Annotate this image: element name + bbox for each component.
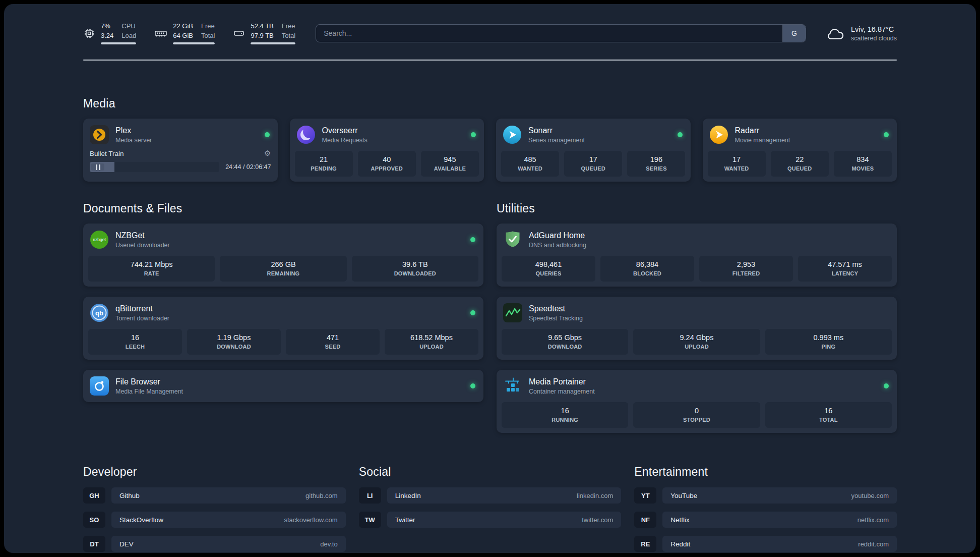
cpu-icon: [83, 27, 95, 39]
bookmark-url: dev.to: [320, 540, 337, 548]
bookmark-url: youtube.com: [851, 492, 889, 499]
bookmark-group-social: Social LI LinkedIn linkedin.com TW Twitt…: [359, 465, 622, 528]
status-dot: [470, 383, 475, 388]
service-title: AdGuard Home: [529, 231, 586, 240]
cpu-load-label: Load: [121, 32, 136, 40]
bookmark-pill: Reddit reddit.com: [662, 536, 897, 552]
stat-tile: 1.19 Gbps DOWNLOAD: [187, 329, 281, 355]
service-card-plex[interactable]: Plex Media server Bullet Train ⚙: [83, 119, 278, 182]
service-card-nzbget[interactable]: nzbget NZBGet Usenet downloader 74: [83, 224, 483, 287]
status-dot: [471, 132, 476, 137]
social-heading: Social: [359, 465, 622, 479]
header-divider: [83, 60, 897, 61]
media-heading: Media: [83, 97, 897, 110]
stat-row: 485 WANTED 17 QUEUED 196 SERIES: [501, 151, 686, 177]
bookmark-dev[interactable]: DT DEV dev.to: [83, 536, 346, 552]
stat-tile: 16 LEECH: [88, 329, 182, 355]
overseerr-icon: [296, 125, 316, 144]
service-subtitle: Usenet downloader: [115, 242, 170, 249]
gear-icon[interactable]: ⚙: [264, 150, 271, 157]
bookmark-stackoverflow[interactable]: SO StackOverflow stackoverflow.com: [83, 512, 346, 528]
content-container: 7% 3.24 CPU Load: [83, 4, 897, 553]
memory-free-value: 22 GiB: [173, 22, 193, 30]
weather-cloud-icon: [826, 26, 844, 40]
bookmark-name: Reddit: [670, 540, 690, 548]
disk-icon: [233, 27, 245, 39]
pause-icon[interactable]: [91, 163, 104, 171]
top-bar: 7% 3.24 CPU Load: [83, 22, 897, 44]
bookmark-linkedin[interactable]: LI LinkedIn linkedin.com: [359, 487, 622, 504]
bookmark-twitter[interactable]: TW Twitter twitter.com: [359, 512, 622, 528]
service-card-filebrowser[interactable]: File Browser Media File Management: [83, 370, 483, 402]
bookmark-pill: DEV dev.to: [111, 536, 346, 552]
stat-tile: 471 SEED: [286, 329, 380, 355]
service-title: File Browser: [115, 377, 183, 386]
service-subtitle: Media server: [115, 137, 152, 144]
developer-heading: Developer: [83, 465, 346, 479]
section-documents: Documents & Files nzbget: [83, 202, 483, 402]
search-input[interactable]: [316, 25, 782, 42]
speedtest-icon: [503, 303, 522, 322]
service-subtitle: Torrent downloader: [115, 315, 169, 322]
service-subtitle: Series management: [528, 137, 585, 144]
speedtest-titles: Speedtest Speedtest Tracking: [529, 304, 583, 322]
cpu-usage-value: 7%: [101, 22, 113, 30]
service-card-radarr[interactable]: Radarr Movie management 17 WANTED 22 QUE…: [703, 119, 897, 182]
stat-tile: 196 SERIES: [627, 151, 685, 177]
service-card-adguard[interactable]: AdGuard Home DNS and adblocking 498,461 …: [497, 224, 897, 287]
memory-free-label: Free: [201, 22, 215, 30]
nzbget-icon: nzbget: [90, 230, 109, 249]
bookmark-group-developer: Developer GH Github github.com SO StackO…: [83, 465, 346, 552]
disk-total-value: 97.9 TB: [251, 32, 273, 40]
service-card-portainer[interactable]: Media Portainer Container management 16 …: [497, 370, 897, 433]
service-card-speedtest[interactable]: Speedtest Speedtest Tracking 9.65 Gbps D…: [497, 297, 897, 360]
stat-tile: 618.52 Mbps UPLOAD: [385, 329, 478, 355]
search-bar: G: [316, 24, 806, 42]
status-dot: [265, 132, 270, 137]
plex-now-playing: Bullet Train ⚙: [90, 150, 271, 172]
service-title: Sonarr: [528, 126, 585, 135]
service-card-overseerr[interactable]: Overseerr Media Requests 21 PENDING 40 A…: [290, 119, 484, 182]
bookmark-pill: Netflix netflix.com: [662, 512, 897, 528]
search-provider-button[interactable]: G: [782, 25, 806, 42]
stat-tile: 40 APPROVED: [358, 151, 416, 177]
section-utilities: Utilities: [497, 202, 897, 433]
playback-progress-bar[interactable]: [90, 162, 219, 172]
bookmark-reddit[interactable]: RE Reddit reddit.com: [634, 536, 897, 552]
bookmark-netflix[interactable]: NF Netflix netflix.com: [634, 512, 897, 528]
stat-row: 17 WANTED 22 QUEUED 834 MOVIES: [708, 151, 892, 177]
stat-tile: 0 STOPPED: [633, 402, 760, 428]
bookmarks-area: Developer GH Github github.com SO StackO…: [83, 465, 897, 553]
service-card-sonarr[interactable]: Sonarr Series management 485 WANTED 17 Q…: [496, 119, 691, 182]
service-subtitle: DNS and adblocking: [529, 242, 586, 249]
status-dot: [884, 132, 889, 137]
bookmark-youtube[interactable]: YT YouTube youtube.com: [634, 487, 897, 504]
filebrowser-icon: [90, 376, 109, 396]
service-card-qbittorrent[interactable]: qb qBittorrent Torrent downloader: [83, 297, 483, 360]
overseerr-titles: Overseerr Media Requests: [322, 126, 368, 144]
stat-tile: 9.24 Gbps UPLOAD: [633, 329, 760, 355]
service-subtitle: Speedtest Tracking: [529, 315, 583, 322]
plex-titles: Plex Media server: [115, 126, 152, 144]
status-dot: [678, 132, 683, 137]
service-subtitle: Media File Management: [115, 388, 183, 395]
radarr-icon: [709, 125, 728, 144]
weather-location: Lviv, 16.87°C: [851, 25, 897, 33]
bookmark-url: twitter.com: [582, 516, 613, 524]
bookmark-github[interactable]: GH Github github.com: [83, 487, 346, 504]
bookmark-url: github.com: [305, 492, 338, 499]
adguard-icon: [503, 230, 522, 249]
nzbget-titles: NZBGet Usenet downloader: [115, 231, 170, 249]
bookmark-pill: StackOverflow stackoverflow.com: [111, 512, 346, 528]
playback-time: 24:44 / 02:06:47: [225, 163, 271, 171]
bookmark-abbr: SO: [83, 512, 105, 528]
stat-tile: 17 QUEUED: [564, 151, 622, 177]
service-title: Plex: [115, 126, 152, 135]
dashboard-page: 7% 3.24 CPU Load: [4, 4, 976, 553]
bookmark-name: Netflix: [670, 516, 690, 524]
qbittorrent-titles: qBittorrent Torrent downloader: [115, 304, 169, 322]
adguard-titles: AdGuard Home DNS and adblocking: [529, 231, 586, 249]
bookmark-abbr: DT: [83, 536, 105, 552]
stat-tile: 834 MOVIES: [834, 151, 892, 177]
cpu-readout: 7% 3.24 CPU Load: [101, 22, 136, 44]
